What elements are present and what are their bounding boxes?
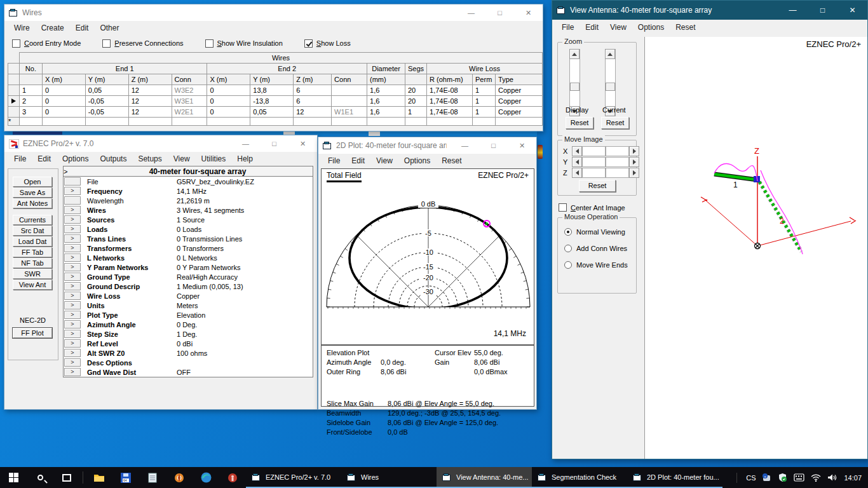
taskbar-app-button[interactable]: Wires <box>341 467 437 488</box>
plot-area[interactable]: Total Field EZNEC Pro/2+ <box>321 168 534 407</box>
menu-item[interactable]: View <box>168 153 196 165</box>
close-icon[interactable]: ✕ <box>514 4 543 21</box>
plot-titlebar[interactable]: 2D Plot: 40-meter four-square array — □ … <box>318 137 536 154</box>
menu-item[interactable]: Setups <box>132 153 167 165</box>
row-selector[interactable] <box>8 96 20 107</box>
col-wireloss[interactable]: Wire Loss <box>427 64 543 74</box>
expand-arrow-icon[interactable]: > <box>64 339 81 348</box>
parameter-row[interactable]: > Wire Loss Copper <box>64 291 313 301</box>
parameter-row[interactable]: > Alt SWR Z0 100 ohms <box>64 348 313 358</box>
col-conn1[interactable]: Conn <box>172 74 207 85</box>
sidebar-button[interactable]: Ant Notes <box>13 198 52 208</box>
expand-arrow-icon[interactable]: > <box>64 168 83 175</box>
col-mm[interactable]: (mm) <box>367 74 405 85</box>
scroll-thumb[interactable] <box>570 83 580 91</box>
touch-keyboard-icon[interactable] <box>794 473 804 482</box>
col-no[interactable]: No. <box>19 64 42 74</box>
view-titlebar[interactable]: View Antenna: 40-meter four-square array… <box>552 1 867 20</box>
maximize-icon[interactable]: □ <box>479 137 508 154</box>
row-selector[interactable] <box>8 85 20 96</box>
model-title-row[interactable]: > 40-meter four-square array <box>64 166 313 177</box>
move-reset-button[interactable]: Reset <box>579 180 616 192</box>
file-explorer-button[interactable] <box>86 467 112 488</box>
expand-arrow-icon[interactable]: > <box>64 330 81 338</box>
close-icon[interactable]: ✕ <box>508 137 536 154</box>
move-track[interactable] <box>582 168 606 178</box>
col-end1[interactable]: End 1 <box>42 64 207 74</box>
taskbar-app-button[interactable]: Segmentation Check <box>532 467 627 488</box>
expand-arrow-icon[interactable]: > <box>64 263 81 271</box>
expand-arrow-icon[interactable]: > <box>64 368 81 376</box>
menu-item[interactable]: Edit <box>346 155 370 166</box>
sidebar-button[interactable]: SWR <box>13 269 52 279</box>
wires-option-checkbox[interactable]: Show Wire Insulation <box>205 39 283 48</box>
col-segs[interactable]: Segs <box>405 64 427 74</box>
parameter-row[interactable]: > Ref Level 0 dBi <box>64 339 313 348</box>
menu-item[interactable]: Help <box>231 153 259 165</box>
move-right-icon[interactable] <box>629 168 639 178</box>
maximize-icon[interactable]: □ <box>808 1 837 20</box>
parameter-row[interactable]: > Loads 0 Loads <box>64 224 313 234</box>
col-x2[interactable]: X (m) <box>207 74 250 85</box>
col-end2[interactable]: End 2 <box>207 64 367 74</box>
scroll-up-icon[interactable] <box>605 49 615 59</box>
task-view-button[interactable] <box>53 467 80 488</box>
speaker-icon[interactable] <box>827 473 837 482</box>
menu-item[interactable]: Reset <box>436 155 467 166</box>
expand-arrow-icon[interactable]: > <box>64 215 81 224</box>
pinned-app-compass-button[interactable] <box>166 467 193 488</box>
wires-option-checkbox[interactable]: Show Loss <box>304 39 351 48</box>
menu-item[interactable]: Options <box>398 155 436 166</box>
expand-arrow-icon[interactable]: > <box>64 349 81 357</box>
menu-item[interactable]: Outputs <box>94 153 132 165</box>
antenna-3d-view[interactable]: EZNEC Pro/2+ Z 1 2 <box>644 37 867 459</box>
expand-arrow-icon[interactable] <box>64 177 81 186</box>
expand-arrow-icon[interactable]: > <box>64 282 81 290</box>
mouse-mode-radio[interactable]: Normal Viewing <box>564 228 628 236</box>
sidebar-button[interactable]: Open <box>13 177 52 187</box>
col-y2[interactable]: Y (m) <box>250 74 294 85</box>
center-ant-checkbox[interactable]: Center Ant Image <box>559 203 625 212</box>
wifi-icon[interactable] <box>811 473 821 482</box>
parameter-row[interactable]: > Step Size 1 Deg. <box>64 329 313 339</box>
col-z2[interactable]: Z (m) <box>294 74 332 85</box>
menu-item[interactable]: View <box>604 22 632 33</box>
move-left-icon[interactable] <box>572 168 582 178</box>
notepad-button[interactable] <box>139 467 166 488</box>
move-left-icon[interactable] <box>572 157 582 167</box>
menu-item[interactable]: Wire <box>8 22 36 34</box>
mouse-mode-radio[interactable]: Add Conn Wires <box>564 245 628 252</box>
maximize-icon[interactable]: □ <box>260 135 288 152</box>
menu-item[interactable]: Edit <box>580 22 604 33</box>
menu-item[interactable]: Options <box>57 153 94 165</box>
expand-arrow-icon[interactable]: > <box>64 225 81 233</box>
sidebar-button[interactable]: NF Tab <box>13 258 52 268</box>
sidebar-button[interactable]: Save As <box>13 187 52 198</box>
new-row[interactable]: * <box>8 118 543 126</box>
col-perm[interactable]: Perm <box>473 74 496 85</box>
parameter-row[interactable]: > Ground Type Real/High Accuracy <box>64 272 313 281</box>
pinned-app-red-button[interactable] <box>219 467 246 488</box>
close-icon[interactable]: ✕ <box>837 1 867 20</box>
col-r[interactable]: R (ohm-m) <box>427 74 473 85</box>
edge-button[interactable] <box>193 467 219 488</box>
search-button[interactable] <box>27 467 53 488</box>
expand-arrow-icon[interactable]: > <box>64 254 81 262</box>
parameter-row[interactable]: > Trans Lines 0 Transmission Lines <box>64 234 313 243</box>
expand-arrow-icon[interactable] <box>64 196 81 205</box>
minimize-icon[interactable]: — <box>457 4 485 21</box>
parameter-row[interactable]: > Plot Type Elevation <box>64 310 313 320</box>
sidebar-button[interactable]: Src Dat <box>13 226 52 236</box>
col-x1[interactable]: X (m) <box>42 74 85 85</box>
expand-arrow-icon[interactable]: > <box>64 206 81 214</box>
col-z1[interactable]: Z (m) <box>128 74 172 85</box>
parameter-row[interactable]: File G5RV_bez_dvoulinky.EZ <box>64 177 313 186</box>
parameter-row[interactable]: > Azimuth Angle 0 Deg. <box>64 320 313 329</box>
sidebar-button[interactable]: Currents <box>13 215 52 225</box>
close-icon[interactable]: ✕ <box>288 135 317 152</box>
parameter-row[interactable]: > Wires 3 Wires, 41 segments <box>64 205 313 215</box>
wires-option-checkbox[interactable]: Coord Entry Mode <box>12 39 81 48</box>
move-right-icon[interactable] <box>629 157 639 167</box>
security-shield-icon[interactable] <box>778 473 787 482</box>
minimize-icon[interactable]: — <box>778 1 808 20</box>
